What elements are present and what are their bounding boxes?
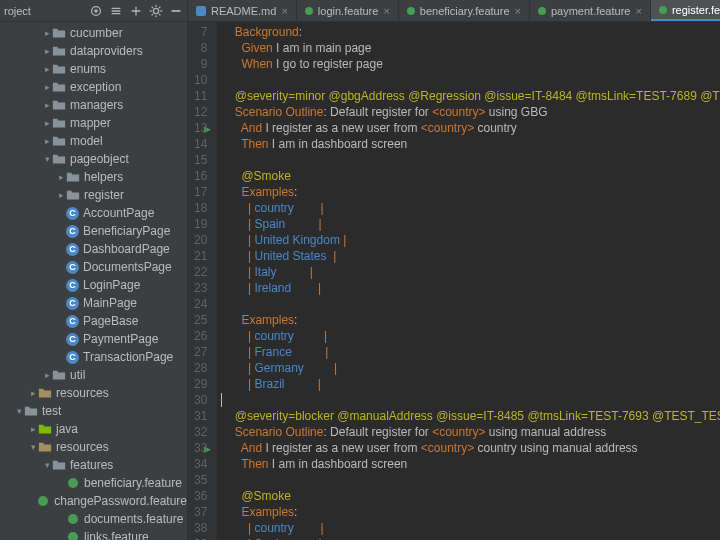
tree-arrow-icon[interactable]: ▸	[42, 136, 52, 146]
code-line[interactable]: @Smoke	[221, 168, 720, 184]
tree-item-BeneficiaryPage[interactable]: CBeneficiaryPage	[0, 222, 187, 240]
line-number[interactable]: 9	[194, 56, 207, 72]
tree-item-documents-feature[interactable]: documents.feature	[0, 510, 187, 528]
code-line[interactable]: Examples:	[221, 312, 720, 328]
close-icon[interactable]: ×	[635, 5, 641, 17]
line-number[interactable]: 35	[194, 472, 207, 488]
line-number[interactable]: 16	[194, 168, 207, 184]
line-number[interactable]: 34	[194, 456, 207, 472]
code-line[interactable]: And I register as a new user from <count…	[221, 120, 720, 136]
gear-icon[interactable]	[149, 4, 163, 18]
code-line[interactable]: | Ireland |	[221, 280, 720, 296]
code-line[interactable]: | Spain |	[221, 216, 720, 232]
code-line[interactable]	[221, 152, 720, 168]
line-number[interactable]: 20	[194, 232, 207, 248]
tree-item-features[interactable]: ▾features	[0, 456, 187, 474]
tree-item-managers[interactable]: ▸managers	[0, 96, 187, 114]
code-line[interactable]: | Spain |	[221, 536, 720, 540]
tree-item-LoginPage[interactable]: CLoginPage	[0, 276, 187, 294]
code-line[interactable]: | Brazil |	[221, 376, 720, 392]
tree-item-PaymentPage[interactable]: CPaymentPage	[0, 330, 187, 348]
tree-item-resources[interactable]: ▸resources	[0, 384, 187, 402]
code-line[interactable]	[221, 392, 720, 408]
line-number[interactable]: 27	[194, 344, 207, 360]
code-line[interactable]: Scenario Outline: Default register for <…	[221, 424, 720, 440]
tab-register-feature[interactable]: register.feature×	[651, 0, 720, 21]
code-line[interactable]: @severity=blocker @manualAddress @issue=…	[221, 408, 720, 424]
tree-arrow-icon[interactable]: ▸	[42, 370, 52, 380]
tab-README-md[interactable]: README.md×	[188, 0, 297, 21]
code-line[interactable]: | country |	[221, 200, 720, 216]
tree-item-beneficiary-feature[interactable]: beneficiary.feature	[0, 474, 187, 492]
line-number[interactable]: 12 ▶	[194, 104, 207, 120]
tree-arrow-icon[interactable]: ▾	[42, 460, 52, 470]
close-icon[interactable]: ×	[515, 5, 521, 17]
line-number[interactable]: 14	[194, 136, 207, 152]
line-number[interactable]: 19	[194, 216, 207, 232]
code-line[interactable]: | Germany |	[221, 360, 720, 376]
line-number[interactable]: 37	[194, 504, 207, 520]
line-number[interactable]: 31	[194, 408, 207, 424]
line-gutter[interactable]: 789101112 ▶13141516171819202122232425262…	[188, 22, 217, 540]
code-content[interactable]: Background: Given I am in main page When…	[217, 22, 720, 540]
line-number[interactable]: 21	[194, 248, 207, 264]
tree-item-register[interactable]: ▸register	[0, 186, 187, 204]
tree-item-mapper[interactable]: ▸mapper	[0, 114, 187, 132]
line-number[interactable]: 17	[194, 184, 207, 200]
code-line[interactable]	[221, 296, 720, 312]
code-line[interactable]: Then I am in dashboard screen	[221, 456, 720, 472]
tree-arrow-icon[interactable]: ▸	[42, 64, 52, 74]
code-line[interactable]: Scenario Outline: Default register for <…	[221, 104, 720, 120]
tree-item-MainPage[interactable]: CMainPage	[0, 294, 187, 312]
tree-item-TransactionPage[interactable]: CTransactionPage	[0, 348, 187, 366]
code-line[interactable]: | United Kingdom |	[221, 232, 720, 248]
tree-item-resources[interactable]: ▾resources	[0, 438, 187, 456]
tree-arrow-icon[interactable]: ▾	[28, 442, 38, 452]
line-number[interactable]: 15	[194, 152, 207, 168]
tree-item-DocumentsPage[interactable]: CDocumentsPage	[0, 258, 187, 276]
tree-item-DashboardPage[interactable]: CDashboardPage	[0, 240, 187, 258]
tree-item-pageobject[interactable]: ▾pageobject	[0, 150, 187, 168]
line-number[interactable]: 28	[194, 360, 207, 376]
tree-item-helpers[interactable]: ▸helpers	[0, 168, 187, 186]
code-line[interactable]: And I register as a new user from <count…	[221, 440, 720, 456]
code-line[interactable]	[221, 472, 720, 488]
code-line[interactable]: @severity=minor @gbgAddress @Regression …	[221, 88, 720, 104]
tree-item-exception[interactable]: ▸exception	[0, 78, 187, 96]
tab-payment-feature[interactable]: payment.feature×	[530, 0, 651, 21]
code-area[interactable]: 789101112 ▶13141516171819202122232425262…	[188, 22, 720, 540]
code-line[interactable]: | United States |	[221, 248, 720, 264]
project-tree[interactable]: ▸cucumber▸dataproviders▸enums▸exception▸…	[0, 22, 187, 540]
line-number[interactable]: 8	[194, 40, 207, 56]
tree-arrow-icon[interactable]: ▸	[28, 424, 38, 434]
line-number[interactable]: 11	[194, 88, 207, 104]
close-icon[interactable]: ×	[383, 5, 389, 17]
code-line[interactable]: When I go to register page	[221, 56, 720, 72]
code-line[interactable]: | country |	[221, 520, 720, 536]
tree-item-enums[interactable]: ▸enums	[0, 60, 187, 78]
code-line[interactable]: Given I am in main page	[221, 40, 720, 56]
tab-beneficiary-feature[interactable]: beneficiary.feature×	[399, 0, 530, 21]
tab-login-feature[interactable]: login.feature×	[297, 0, 399, 21]
line-number[interactable]: 29	[194, 376, 207, 392]
line-number[interactable]: 38	[194, 520, 207, 536]
code-line[interactable]: | France |	[221, 344, 720, 360]
tree-arrow-icon[interactable]: ▸	[56, 172, 66, 182]
tree-item-AccountPage[interactable]: CAccountPage	[0, 204, 187, 222]
hide-icon[interactable]	[169, 4, 183, 18]
tree-item-PageBase[interactable]: CPageBase	[0, 312, 187, 330]
code-line[interactable]: Then I am in dashboard screen	[221, 136, 720, 152]
tree-arrow-icon[interactable]: ▾	[14, 406, 24, 416]
code-line[interactable]: | Italy |	[221, 264, 720, 280]
expand-all-icon[interactable]	[109, 4, 123, 18]
tree-arrow-icon[interactable]: ▾	[42, 154, 52, 164]
tree-arrow-icon[interactable]: ▸	[42, 100, 52, 110]
code-line[interactable]: Examples:	[221, 184, 720, 200]
line-number[interactable]: 10	[194, 72, 207, 88]
tree-arrow-icon[interactable]: ▸	[28, 388, 38, 398]
tree-arrow-icon[interactable]: ▸	[42, 82, 52, 92]
close-icon[interactable]: ×	[281, 5, 287, 17]
code-line[interactable]: Examples:	[221, 504, 720, 520]
line-number[interactable]: 7	[194, 24, 207, 40]
select-opened-icon[interactable]	[89, 4, 103, 18]
